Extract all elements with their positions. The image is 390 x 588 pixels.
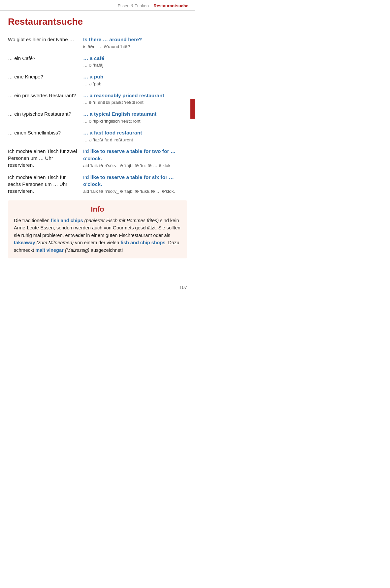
italic-text: (zum Mitnehmen)	[37, 240, 74, 245]
highlighted-term: fish and chips	[51, 218, 83, 223]
page-title: Restaurantsuche	[8, 16, 187, 27]
table-row: … ein preiswertes Restaurant? … a reason…	[8, 90, 187, 108]
table-row: … eine Kneipe? … a pub … ə 'pab	[8, 71, 187, 90]
en-text: Is there … around here? is ðər_ … ə'raun…	[83, 34, 187, 52]
breadcrumb: Essen & Trinken Restaurantsuche	[117, 3, 188, 8]
phrase-table: Wo gibt es hier in der Nähe … Is there ……	[8, 34, 187, 197]
de-text: Ich möchte einen Tisch für sechs Persone…	[8, 171, 83, 197]
en-text: I'd like to reserve a table for six for …	[83, 171, 187, 197]
de-text: … einen Schnell­imbiss?	[8, 127, 83, 146]
breadcrumb-parent: Essen & Trinken	[117, 3, 149, 8]
side-tab	[190, 99, 195, 119]
en-text: … a café … ə 'käfäj	[83, 52, 187, 71]
de-text: … ein Café?	[8, 52, 83, 71]
page-header: Essen & Trinken Restaurantsuche	[0, 0, 195, 11]
en-text: … a pub … ə 'pab	[83, 71, 187, 90]
de-text: … eine Kneipe?	[8, 71, 83, 90]
en-text: I'd like to reserve a table for two for …	[83, 145, 187, 171]
italic-text: (panierter Fisch mit Pommes frites)	[84, 218, 159, 223]
table-row: Ich möchte einen Tisch für zwei Personen…	[8, 145, 187, 171]
table-row: Ich möchte einen Tisch für sechs Persone…	[8, 171, 187, 197]
info-title: Info	[14, 205, 181, 214]
en-text: … a reasonably priced restaurant … ə 'ri…	[83, 90, 187, 108]
table-row: Wo gibt es hier in der Nähe … Is there ……	[8, 34, 187, 52]
highlighted-term: malt vinegar	[35, 248, 63, 253]
table-row: … ein typisches Restaurant? … a typical …	[8, 108, 187, 127]
en-text: … a fast food restaurant … ə 'faːßt fuːd…	[83, 127, 187, 146]
italic-text: (Malzessig)	[65, 248, 89, 253]
page: Essen & Trinken Restaurantsuche Restaura…	[0, 0, 195, 294]
table-row: … ein Café? … a café … ə 'käfäj	[8, 52, 187, 71]
info-box: Info Die traditionellen fish and chips (…	[8, 200, 187, 258]
main-content: Restaurantsuche Wo gibt es hier in der N…	[0, 11, 195, 264]
de-text: Wo gibt es hier in der Nähe …	[8, 34, 83, 52]
page-number: 107	[179, 285, 187, 290]
de-text: … ein preiswertes Restaurant?	[8, 90, 83, 108]
highlighted-term: takeaway	[14, 240, 35, 245]
de-text: … ein typisches Restaurant?	[8, 108, 83, 127]
table-row: … einen Schnell­imbiss? … a fast food re…	[8, 127, 187, 146]
info-text: Die traditionellen fish and chips (panie…	[14, 217, 181, 254]
breadcrumb-current: Restaurantsuche	[154, 3, 188, 8]
en-text: … a typical English restaurant … ə 'tipi…	[83, 108, 187, 127]
highlighted-term: fish and chip shops	[120, 240, 165, 245]
de-text: Ich möchte einen Tisch für zwei Personen…	[8, 145, 83, 171]
